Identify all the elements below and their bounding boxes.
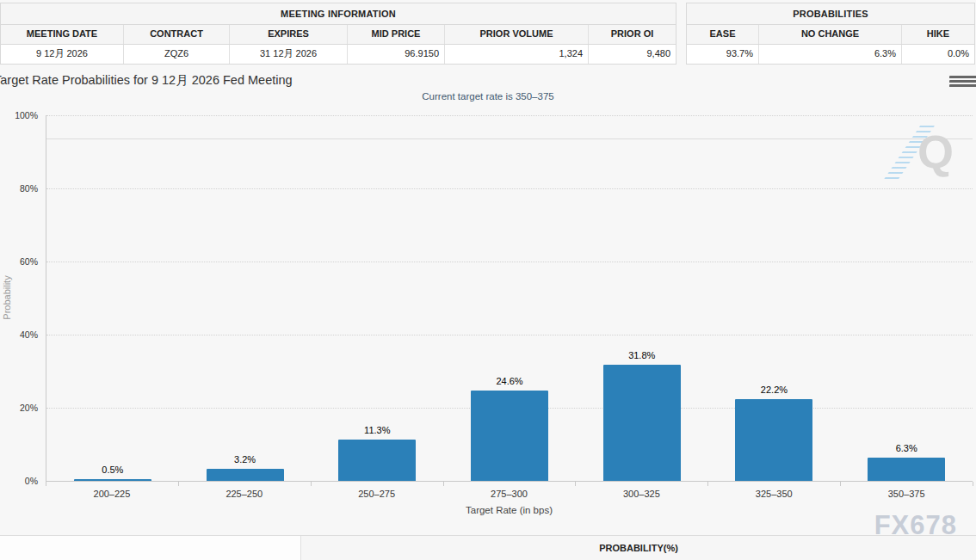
bar-225-250[interactable] [207, 469, 284, 481]
y-tick-label: 60% [20, 256, 38, 267]
hike-value: 0.0% [902, 45, 974, 64]
bar-250-275[interactable] [338, 440, 416, 481]
bar-300-325[interactable] [603, 365, 681, 482]
bar-slot: 0.5% [46, 465, 179, 481]
bar-slot: 31.8% [576, 350, 708, 482]
bar-value-label: 11.3% [364, 425, 390, 435]
prior-volume-value: 1,324 [445, 45, 589, 64]
chart-subtitle: Current target rate is 350–375 [0, 91, 976, 102]
col-header-mid-price: MID PRICE [348, 25, 445, 44]
col-header-contract: CONTRACT [124, 25, 230, 44]
x-tick-label: 300–325 [575, 489, 707, 499]
meeting-date-value: 9 12月 2026 [1, 45, 124, 64]
bottom-table-empty-cell [0, 536, 301, 560]
x-tick-label: 225–250 [178, 489, 311, 499]
x-tick-mark [178, 482, 179, 486]
bar-slot: 11.3% [311, 425, 443, 481]
bar-value-label: 0.5% [102, 465, 123, 475]
col-header-prior-volume: PRIOR VOLUME [445, 25, 589, 44]
y-tick-label: 80% [20, 183, 38, 194]
hamburger-bar [949, 76, 976, 78]
no-change-value: 6.3% [759, 45, 902, 64]
bar-value-label: 31.8% [628, 350, 655, 360]
x-tick-label: 350–375 [840, 489, 973, 499]
bar-value-label: 6.3% [896, 443, 917, 453]
y-tick-label: 40% [20, 329, 38, 340]
col-header-hike: HIKE [902, 25, 974, 44]
col-header-no-change: NO CHANGE [759, 25, 902, 44]
bar-series: 0.5% 3.2% 11.3% 24.6% 31.8% [46, 115, 973, 481]
bar-value-label: 24.6% [496, 376, 522, 386]
x-tick-mark [840, 482, 841, 486]
x-tick-label: 325–350 [707, 489, 840, 499]
bar-value-label: 22.2% [761, 385, 788, 395]
x-tick-mark [973, 482, 973, 486]
x-axis-labels: 200–225 225–250 250–275 275–300 300–325 … [46, 489, 973, 499]
bar-350-375[interactable] [868, 458, 945, 481]
y-tick-label: 0% [25, 476, 38, 486]
bar-value-label: 3.2% [234, 454, 256, 465]
contract-value: ZQZ6 [124, 45, 230, 64]
x-tick-label: 250–275 [311, 489, 443, 499]
chart-title: Target Rate Probabilities for 9 12月 2026… [0, 72, 293, 89]
col-header-meeting-date: MEETING DATE [1, 25, 124, 44]
x-tick-label: 200–225 [46, 489, 178, 499]
x-axis-ticks [46, 482, 973, 486]
col-header-prior-oi: PRIOR OI [589, 25, 676, 44]
x-tick-label: 275–300 [443, 489, 576, 499]
bottom-table-header: PROBABILITY(%) [0, 535, 976, 560]
x-axis-title: Target Rate (in bps) [46, 505, 973, 515]
ease-value: 93.7% [687, 45, 759, 64]
fedwatch-tool: MEETING INFORMATION MEETING DATE CONTRAC… [0, 0, 976, 560]
x-tick-mark [311, 482, 312, 486]
x-tick-mark [575, 482, 576, 486]
plot-area: 0.5% 3.2% 11.3% 24.6% 31.8% [46, 115, 973, 482]
bar-325-350[interactable] [735, 399, 812, 481]
bar-275-300[interactable] [471, 391, 548, 481]
bar-slot: 22.2% [708, 385, 841, 481]
bar-slot: 3.2% [179, 454, 312, 481]
x-tick-mark [707, 482, 708, 486]
hamburger-bar [949, 84, 976, 87]
quikstrike-watermark: Q [883, 126, 961, 182]
bar-slot: 24.6% [443, 376, 576, 481]
mid-price-value: 96.9150 [348, 45, 445, 64]
bar-200-225[interactable] [74, 479, 151, 481]
probabilities-table: PROBABILITIES EASE NO CHANGE HIKE 93.7% … [686, 3, 975, 65]
probability-bar-chart: Target Rate Probabilities for 9 12月 2026… [0, 65, 976, 535]
prior-oi-value: 9,480 [589, 45, 676, 64]
expires-value: 31 12月 2026 [230, 45, 348, 64]
fx678-watermark: FX678 [874, 510, 957, 541]
col-header-expires: EXPIRES [230, 25, 348, 44]
y-tick-label: 100% [15, 110, 38, 120]
x-tick-mark [46, 482, 46, 486]
hamburger-bar [949, 80, 976, 83]
hamburger-menu-icon[interactable] [949, 76, 964, 87]
meeting-information-table: MEETING INFORMATION MEETING DATE CONTRAC… [0, 3, 676, 65]
y-axis-title: Probability [2, 114, 12, 481]
meeting-information-title: MEETING INFORMATION [1, 3, 676, 25]
q-logo-icon: Q [917, 126, 954, 177]
bar-slot: 6.3% [840, 443, 973, 481]
col-header-ease: EASE [687, 25, 759, 44]
x-tick-mark [443, 482, 444, 486]
probabilities-title: PROBABILITIES [687, 3, 974, 25]
y-tick-label: 20% [20, 403, 38, 413]
